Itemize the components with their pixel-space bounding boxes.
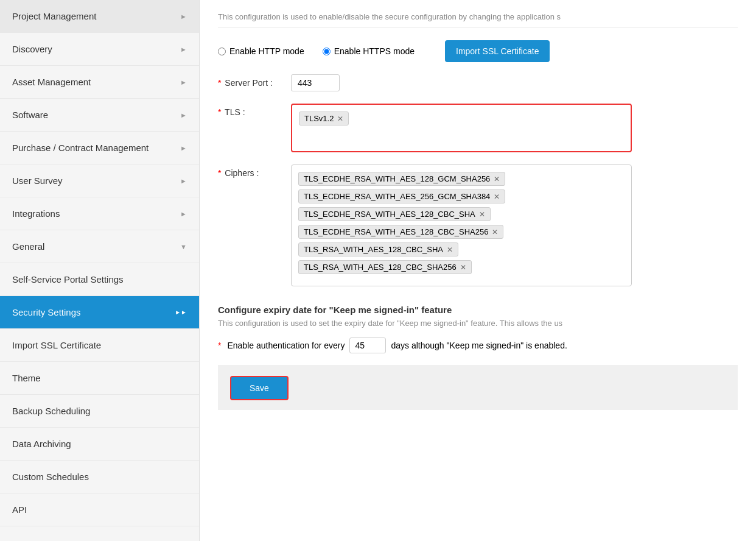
chevron-right-icon: ► xyxy=(180,13,187,20)
chevron-right-icon: ► xyxy=(180,177,187,185)
sidebar-item-backup-scheduling[interactable]: Backup Scheduling xyxy=(0,395,199,428)
required-star: * xyxy=(218,78,221,88)
sidebar-item-label-api: API xyxy=(12,504,27,515)
sidebar-item-self-service-portal[interactable]: Self-Service Portal Settings xyxy=(0,263,199,296)
chevron-right-icon: ► xyxy=(180,111,187,119)
sidebar-item-software[interactable]: Software► xyxy=(0,99,199,132)
sidebar-item-security-settings[interactable]: Security Settings►► xyxy=(0,296,199,329)
server-port-input[interactable] xyxy=(291,74,340,91)
https-mode-option[interactable]: Enable HTTPS mode xyxy=(323,46,415,56)
https-radio[interactable] xyxy=(323,48,331,55)
sidebar-item-label-import-ssl: Import SSL Certificate xyxy=(12,340,101,350)
sidebar-item-label-integrations: Integrations xyxy=(12,208,60,219)
expiry-section-desc: This configuration is used to set the ex… xyxy=(218,319,738,328)
sidebar-item-custom-schedules[interactable]: Custom Schedules xyxy=(0,461,199,493)
tls-tag-tlsv12: TLSv1.2 ✕ xyxy=(299,111,349,126)
cipher-tag-close-c4[interactable]: ✕ xyxy=(492,228,498,236)
sidebar-item-user-survey[interactable]: User Survey► xyxy=(0,164,199,197)
sidebar-item-label-theme: Theme xyxy=(12,373,41,383)
sidebar-item-api[interactable]: API xyxy=(0,493,199,526)
sidebar-item-label-purchase-contract: Purchase / Contract Management xyxy=(12,143,149,153)
cipher-tag-close-c5[interactable]: ✕ xyxy=(447,246,453,254)
top-description: This configuration is used to enable/dis… xyxy=(218,12,738,28)
import-ssl-button[interactable]: Import SSL Certificate xyxy=(445,40,550,62)
cipher-tag-c2: TLS_ECDHE_RSA_WITH_AES_256_GCM_SHA384 ✕ xyxy=(298,189,505,203)
cipher-tag-c5: TLS_RSA_WITH_AES_128_CBC_SHA ✕ xyxy=(298,242,458,256)
chevron-right-icon: ► xyxy=(180,46,187,53)
sidebar-item-general[interactable]: General▼ xyxy=(0,230,199,263)
tls-label: * TLS : xyxy=(218,104,291,117)
main-content: This configuration is used to enable/dis… xyxy=(200,0,756,541)
cipher-tag-close-c3[interactable]: ✕ xyxy=(479,210,485,219)
sidebar-item-label-backup-scheduling: Backup Scheduling xyxy=(12,406,90,416)
chevron-right-icon: ► xyxy=(180,144,187,152)
expiry-section-title: Configure expiry date for "Keep me signe… xyxy=(218,305,738,315)
sidebar-item-integrations[interactable]: Integrations► xyxy=(0,197,199,230)
sidebar-item-purchase-contract[interactable]: Purchase / Contract Management► xyxy=(0,132,199,164)
cipher-tag-c1: TLS_ECDHE_RSA_WITH_AES_128_GCM_SHA256 ✕ xyxy=(298,172,505,186)
tls-tag-close-tlsv12[interactable]: ✕ xyxy=(337,115,343,123)
auth-days-input[interactable] xyxy=(349,338,386,353)
save-area: Save xyxy=(218,366,738,410)
sidebar-item-label-self-service-portal: Self-Service Portal Settings xyxy=(12,274,124,285)
tls-row: * TLS : TLSv1.2 ✕ xyxy=(218,104,738,152)
https-mode-label: Enable HTTPS mode xyxy=(334,46,415,56)
ciphers-label: * Ciphers : xyxy=(218,164,291,178)
cipher-tag-close-c6[interactable]: ✕ xyxy=(460,263,466,272)
auth-prefix: Enable authentication for every xyxy=(227,341,345,350)
auth-suffix: days although "Keep me signed-in" is ena… xyxy=(391,341,567,350)
http-mode-label: Enable HTTP mode xyxy=(229,46,304,56)
sidebar-item-label-general: General xyxy=(12,241,44,252)
sidebar-item-label-user-survey: User Survey xyxy=(12,175,63,186)
cipher-tag-close-c2[interactable]: ✕ xyxy=(494,193,500,201)
tls-container[interactable]: TLSv1.2 ✕ xyxy=(291,104,632,152)
ciphers-container[interactable]: TLS_ECDHE_RSA_WITH_AES_128_GCM_SHA256 ✕ … xyxy=(291,164,632,286)
cipher-tag-c4: TLS_ECDHE_RSA_WITH_AES_128_CBC_SHA256 ✕ xyxy=(298,225,503,239)
http-mode-option[interactable]: Enable HTTP mode xyxy=(218,46,304,56)
sidebar-item-label-security-settings: Security Settings xyxy=(12,307,81,317)
ciphers-row: * Ciphers : TLS_ECDHE_RSA_WITH_AES_128_G… xyxy=(218,164,738,286)
server-port-label: * Server Port : xyxy=(218,74,291,88)
chevron-right-icon: ► xyxy=(180,210,187,217)
sidebar-item-label-data-archiving: Data Archiving xyxy=(12,439,71,449)
cipher-tag-close-c1[interactable]: ✕ xyxy=(494,175,500,183)
sidebar-item-asset-management[interactable]: Asset Management► xyxy=(0,66,199,99)
sidebar-item-label-asset-management: Asset Management xyxy=(12,77,91,87)
sidebar-item-label-discovery: Discovery xyxy=(12,44,52,54)
cipher-tag-c6: TLS_RSA_WITH_AES_128_CBC_SHA256 ✕ xyxy=(298,260,472,274)
chevron-right-icon: ► xyxy=(180,79,187,86)
sidebar-item-label-software: Software xyxy=(12,110,48,120)
sidebar-item-data-archiving[interactable]: Data Archiving xyxy=(0,428,199,461)
sidebar-item-label-project-management: Project Management xyxy=(12,11,96,21)
sidebar-item-project-management[interactable]: Project Management► xyxy=(0,0,199,33)
http-radio[interactable] xyxy=(218,48,226,55)
auth-row: * Enable authentication for every days a… xyxy=(218,338,738,353)
sidebar-item-theme[interactable]: Theme xyxy=(0,362,199,395)
server-port-row: * Server Port : xyxy=(218,74,738,91)
double-right-icon: ►► xyxy=(175,309,187,316)
http-mode-row: Enable HTTP mode Enable HTTPS mode Impor… xyxy=(218,40,738,62)
sidebar-item-discovery[interactable]: Discovery► xyxy=(0,33,199,66)
sidebar-item-import-ssl[interactable]: Import SSL Certificate xyxy=(0,329,199,362)
chevron-down-icon: ▼ xyxy=(180,243,187,250)
sidebar: Project Management►Discovery►Asset Manag… xyxy=(0,0,200,541)
save-button[interactable]: Save xyxy=(230,376,289,400)
cipher-tag-c3: TLS_ECDHE_RSA_WITH_AES_128_CBC_SHA ✕ xyxy=(298,207,491,221)
sidebar-item-label-custom-schedules: Custom Schedules xyxy=(12,472,89,482)
